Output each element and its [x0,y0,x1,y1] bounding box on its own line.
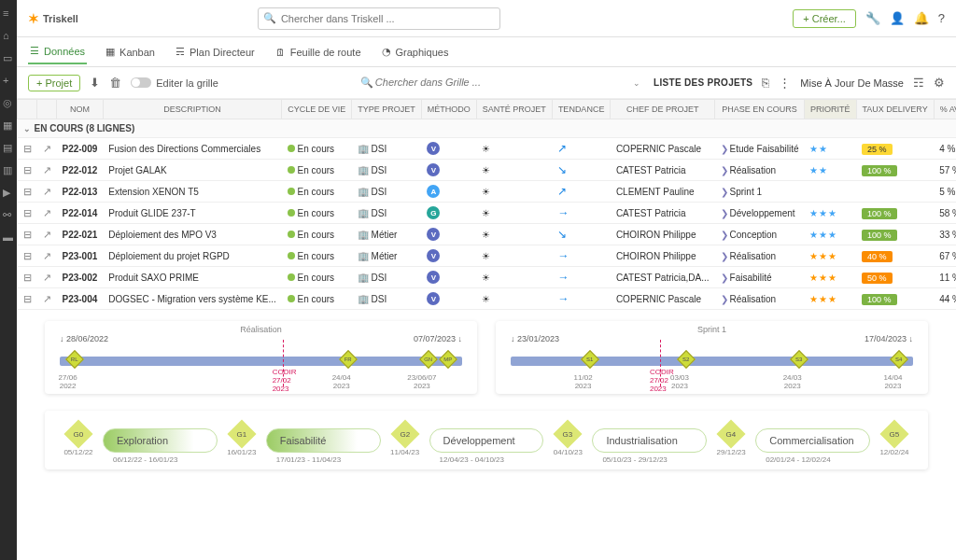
switch-icon[interactable] [131,77,151,88]
gate[interactable]: G304/10/23 [549,424,586,456]
row-menu-icon[interactable]: ⊟ [18,181,37,203]
download-icon[interactable]: ⬇ [90,76,100,90]
milestone[interactable]: S1 [581,350,599,369]
more-icon[interactable]: ⋮ [779,76,791,90]
col-cycle[interactable]: CYCLE DE VIE [282,100,352,119]
col-phase[interactable]: PHASE EN COURS [715,100,805,119]
row-menu-icon[interactable]: ⊟ [18,267,37,288]
table-row[interactable]: ⊟ ↗ P22-021 Déploiement des MPO V3 En co… [18,224,957,245]
row-menu-icon[interactable]: ⊟ [18,203,37,224]
table-row[interactable]: ⊟ ↗ P23-001 Déploiement du projet RGPD E… [18,245,957,267]
tab-graph[interactable]: ◔Graphiques [380,40,451,63]
row-link-icon[interactable]: ↗ [37,138,57,160]
row-link-icon[interactable]: ↗ [37,288,57,310]
table-row[interactable]: ⊟ ↗ P22-012 Projet GALAK En cours 🏢 DSI … [18,160,957,181]
phase-box[interactable]: Commercialisation02/01/24 - 12/02/24 [755,428,870,453]
mass-update-label[interactable]: Mise À Jour De Masse [800,77,904,89]
copy-icon[interactable]: ⎘ [762,76,769,90]
gate[interactable]: G211/04/23 [387,424,424,456]
row-link-icon[interactable]: ↗ [37,160,57,181]
clipboard-icon[interactable]: ▥ [3,164,14,175]
cell-type: 🏢 DSI [352,160,422,181]
table-row[interactable]: ⊟ ↗ P23-004 DOGSEC - Migration vers syst… [18,288,957,310]
timeline-bar: RL27/06 2022FR24/04 2023GN23/06/07 2023M… [60,357,462,366]
target-icon[interactable]: ◎ [3,97,14,108]
table-row[interactable]: ⊟ ↗ P23-002 Produit SAXO PRIME En cours … [18,267,957,288]
tab-plan[interactable]: ☴Plan Directeur [174,40,257,63]
phase-box[interactable]: Exploration06/12/22 - 16/01/23 [103,428,218,453]
milestone[interactable]: S4 [891,350,909,369]
projects-table: NOM DESCRIPTION CYCLE DE VIE TYPE PROJET… [17,99,956,310]
col-desc[interactable]: DESCRIPTION [103,100,282,119]
gate[interactable]: G512/02/24 [876,424,913,456]
col-delivery[interactable]: TAUX DELIVERY [856,100,934,119]
col-avct[interactable]: % AVCT [934,100,956,119]
col-tendance[interactable]: TENDANCE [552,100,611,119]
edit-grid-toggle[interactable]: Editer la grille [131,77,218,89]
chevron-down-icon[interactable]: ⌄ [633,78,640,88]
briefcase-icon[interactable]: ▬ [3,231,14,243]
cell-sante-projet: ☀ [476,288,552,310]
play-icon[interactable]: ▶ [3,187,14,198]
row-link-icon[interactable]: ↗ [37,224,57,245]
tab-feuille[interactable]: 🗓Feuille de route [274,41,363,63]
tab-donnees[interactable]: ☰Données [28,39,87,64]
phase-box[interactable]: Développement12/04/23 - 04/10/23 [429,428,544,453]
row-link-icon[interactable]: ↗ [37,267,57,288]
col-nom[interactable]: NOM [57,100,104,119]
gate[interactable]: G005/12/22 [60,424,97,456]
gear-icon[interactable]: ⚙ [934,76,945,90]
cell-sante-projet: ☀ [476,224,552,245]
chart-icon[interactable]: ▤ [3,142,14,153]
home-icon[interactable]: ⌂ [3,30,14,41]
grid-search-input[interactable] [358,73,527,93]
phase-box[interactable]: Industrialisation05/10/23 - 29/12/23 [592,428,707,453]
trash-icon[interactable]: 🗑 [109,76,121,90]
list-selector[interactable]: LISTE DES PROJETS [654,77,752,88]
col-chef[interactable]: CHEF DE PROJET [611,100,715,119]
folder-icon[interactable]: ▭ [3,52,14,63]
table-row[interactable]: ⊟ ↗ P22-014 Produit GLIDE 237-T En cours… [18,203,957,224]
gate[interactable]: G429/12/23 [712,424,750,456]
milestone[interactable]: GN [419,350,438,369]
col-sante-projet[interactable]: SANTÉ PROJET [476,100,552,119]
table-row[interactable]: ⊟ ↗ P22-009 Fusion des Directions Commer… [18,138,957,160]
milestone[interactable]: RL [65,350,84,369]
wrench-icon[interactable]: 🔧 [865,11,880,25]
bell-icon[interactable]: 🔔 [914,11,929,25]
global-search-input[interactable] [258,7,500,30]
table-row[interactable]: ⊟ ↗ P22-013 Extension XENON T5 En cours … [18,181,957,203]
columns-icon[interactable]: ☶ [913,76,924,90]
milestone[interactable]: FR [339,350,358,369]
user-icon[interactable]: 👤 [890,11,905,25]
grid-search[interactable]: 🔍 [358,73,527,93]
create-button[interactable]: + Créer... [793,9,856,28]
link-icon[interactable]: ⚯ [3,209,14,220]
row-menu-icon[interactable]: ⊟ [18,245,37,267]
milestone[interactable]: S2 [677,350,696,369]
group-row[interactable]: ⌄EN COURS (8 LIGNES) [18,119,957,138]
milestone[interactable]: MP [440,350,458,369]
gate[interactable]: G116/01/23 [223,424,260,456]
col-priorite[interactable]: PRIORITÉ [804,100,856,119]
row-link-icon[interactable]: ↗ [37,181,57,203]
phase-box[interactable]: Faisabilité17/01/23 - 11/04/23 [266,428,381,453]
phases-card: G005/12/22Exploration06/12/22 - 16/01/23… [45,411,928,469]
plus-icon[interactable]: + [3,75,14,86]
row-menu-icon[interactable]: ⊟ [18,288,37,310]
tab-kanban[interactable]: ▦Kanban [104,40,157,63]
row-link-icon[interactable]: ↗ [37,203,57,224]
row-menu-icon[interactable]: ⊟ [18,224,37,245]
global-search[interactable]: 🔍 [258,7,500,30]
add-project-button[interactable]: + Projet [28,75,80,91]
menu-icon[interactable]: ≡ [3,7,14,19]
col-type[interactable]: TYPE PROJET [352,100,422,119]
calendar-icon[interactable]: ▦ [3,119,14,131]
milestone[interactable]: S3 [790,350,808,369]
row-menu-icon[interactable]: ⊟ [18,138,37,160]
row-menu-icon[interactable]: ⊟ [18,160,37,181]
help-icon[interactable]: ? [938,11,945,25]
col-methodo[interactable]: MÉTHODO [421,100,476,119]
cell-tendance: ↗ [552,138,611,160]
row-link-icon[interactable]: ↗ [37,245,57,267]
